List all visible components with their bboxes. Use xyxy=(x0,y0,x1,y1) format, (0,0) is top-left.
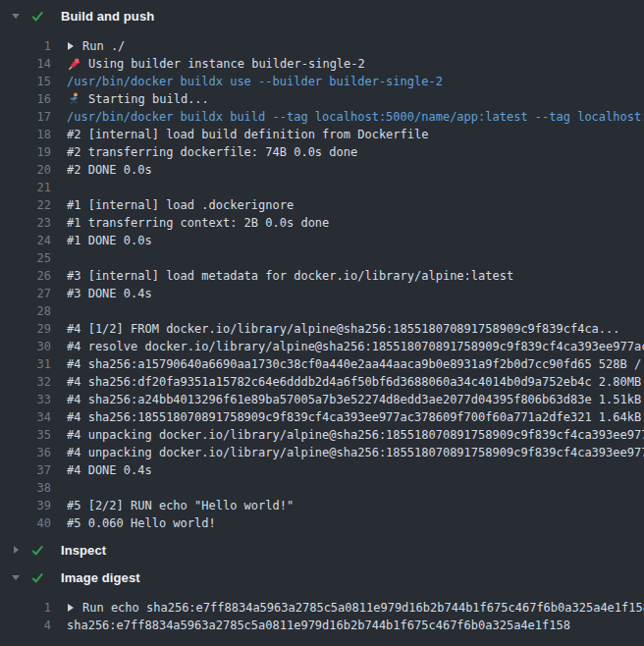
log-text: #4 sha256:a15790640a6690aa1730c38cf0a440… xyxy=(67,355,644,373)
log-text: #4 sha256:185518070891758909c9f839cf4ca3… xyxy=(67,408,644,426)
log-text-value[interactable]: Run ./ xyxy=(82,37,125,55)
log-line: 29#4 [1/2] FROM docker.io/library/alpine… xyxy=(0,320,644,338)
section-header-image-digest[interactable]: Image digest xyxy=(0,565,644,589)
log-text: #4 DONE 0.4s xyxy=(67,461,644,479)
line-number[interactable]: 21 xyxy=(0,179,67,196)
log-text-value: #4 sha256:a15790640a6690aa1730c38cf0a440… xyxy=(67,355,644,373)
chevron-right-icon[interactable] xyxy=(67,41,75,51)
log-text-value: #2 transferring dockerfile: 74B 0.0s don… xyxy=(67,143,357,161)
section-header-build-and-push[interactable]: Build and push xyxy=(0,4,644,27)
log-text xyxy=(67,249,644,267)
log-text-value: #4 DONE 0.4s xyxy=(67,461,152,479)
log-text xyxy=(67,179,644,196)
log-text xyxy=(67,302,644,320)
line-number[interactable]: 14 xyxy=(0,55,67,73)
log-text-value: #1 DONE 0.0s xyxy=(67,232,152,249)
line-number[interactable]: 15 xyxy=(0,73,67,90)
log-line: 33#4 sha256:a24bb4013296f61e89ba57005a7b… xyxy=(0,391,644,408)
log-text-value: #2 [internal] load build definition from… xyxy=(67,126,428,143)
log-line: 39#5 [2/2] RUN echo "Hello world!" xyxy=(0,497,644,514)
line-number[interactable]: 1 xyxy=(0,37,67,55)
log-text-value: #4 sha256:df20fa9351a15782c64e6dddb2d4a6… xyxy=(67,373,644,391)
log-text-value: #5 [2/2] RUN echo "Hello world!" xyxy=(67,497,294,514)
workflow-log-viewer: Build and push1Run ./14Using builder ins… xyxy=(0,4,644,634)
log-text: #3 [internal] load metadata for docker.i… xyxy=(67,267,644,285)
log-body-image-digest: 1Run echo sha256:e7ff8834a5963a2785c5a08… xyxy=(0,599,644,634)
log-text: #3 DONE 0.4s xyxy=(67,285,644,302)
log-line: 36#4 unpacking docker.io/library/alpine@… xyxy=(0,444,644,461)
log-line: 19#2 transferring dockerfile: 74B 0.0s d… xyxy=(0,143,644,161)
log-text-value[interactable]: Run echo sha256:e7ff8834a5963a2785c5a081… xyxy=(82,599,644,617)
line-number[interactable]: 25 xyxy=(0,249,67,267)
section-header-inspect[interactable]: Inspect xyxy=(0,538,644,562)
log-text: #4 unpacking docker.io/library/alpine@sh… xyxy=(67,426,644,444)
log-text-value: #3 [internal] load metadata for docker.i… xyxy=(67,267,513,285)
line-number[interactable]: 17 xyxy=(0,108,67,126)
log-text-value: #4 [1/2] FROM docker.io/library/alpine@s… xyxy=(67,320,620,338)
line-number[interactable]: 38 xyxy=(0,479,67,497)
log-line: 17/usr/bin/docker buildx build --tag loc… xyxy=(0,108,644,126)
line-number[interactable]: 26 xyxy=(0,267,67,285)
log-text: #4 sha256:a24bb4013296f61e89ba57005a7b3e… xyxy=(67,391,644,408)
log-text: #1 DONE 0.0s xyxy=(67,232,644,249)
log-text-value: /usr/bin/docker buildx use --builder bui… xyxy=(67,73,443,90)
line-number[interactable]: 1 xyxy=(0,599,67,617)
line-number[interactable]: 20 xyxy=(0,161,67,179)
log-text: #1 [internal] load .dockerignore xyxy=(67,196,644,214)
line-number[interactable]: 19 xyxy=(0,143,67,161)
line-number[interactable]: 24 xyxy=(0,232,67,249)
log-text: #2 DONE 0.0s xyxy=(67,161,644,179)
check-icon xyxy=(30,543,45,558)
line-number[interactable]: 28 xyxy=(0,302,67,320)
log-text-value: Using builder instance builder-single-2 xyxy=(88,55,365,73)
log-text: #2 [internal] load build definition from… xyxy=(67,126,644,143)
log-text-value: #5 0.060 Hello world! xyxy=(67,514,216,532)
chevron-right-icon[interactable] xyxy=(67,603,75,613)
log-line: 20#2 DONE 0.0s xyxy=(0,161,644,179)
line-number[interactable]: 30 xyxy=(0,338,67,355)
log-text: #4 unpacking docker.io/library/alpine@sh… xyxy=(67,444,644,461)
log-text: Starting build... xyxy=(67,90,644,108)
line-number[interactable]: 18 xyxy=(0,126,67,143)
caret-down-icon xyxy=(10,572,22,582)
log-text: sha256:e7ff8834a5963a2785c5a0811e979d16b… xyxy=(67,617,644,634)
log-line: 30#4 resolve docker.io/library/alpine@sh… xyxy=(0,338,644,355)
log-text: #4 resolve docker.io/library/alpine@sha2… xyxy=(67,338,644,355)
line-number[interactable]: 23 xyxy=(0,214,67,232)
log-text: #5 [2/2] RUN echo "Hello world!" xyxy=(67,497,644,514)
log-line: 38 xyxy=(0,479,644,497)
log-line: 24#1 DONE 0.0s xyxy=(0,232,644,249)
line-number[interactable]: 4 xyxy=(0,617,67,634)
log-line: 25 xyxy=(0,249,644,267)
line-number[interactable]: 36 xyxy=(0,444,67,461)
check-icon xyxy=(30,9,45,24)
log-line: 1Run ./ xyxy=(0,37,644,55)
log-text-value: #4 unpacking docker.io/library/alpine@sh… xyxy=(67,426,644,444)
line-number[interactable]: 22 xyxy=(0,196,67,214)
log-line: 26#3 [internal] load metadata for docker… xyxy=(0,267,644,285)
log-text xyxy=(67,479,644,497)
line-number[interactable]: 31 xyxy=(0,355,67,373)
log-text-value: sha256:e7ff8834a5963a2785c5a0811e979d16b… xyxy=(67,617,570,634)
line-number[interactable]: 33 xyxy=(0,391,67,408)
line-number[interactable]: 40 xyxy=(0,514,67,532)
line-number[interactable]: 16 xyxy=(0,90,67,108)
line-number[interactable]: 27 xyxy=(0,285,67,302)
line-number[interactable]: 34 xyxy=(0,408,67,426)
line-number[interactable]: 32 xyxy=(0,373,67,391)
log-text: #2 transferring dockerfile: 74B 0.0s don… xyxy=(67,143,644,161)
log-text-value: /usr/bin/docker buildx build --tag local… xyxy=(67,108,644,126)
line-number[interactable]: 39 xyxy=(0,497,67,514)
log-text: #4 [1/2] FROM docker.io/library/alpine@s… xyxy=(67,320,644,338)
line-number[interactable]: 37 xyxy=(0,461,67,479)
line-number[interactable]: 35 xyxy=(0,426,67,444)
check-icon xyxy=(30,570,45,585)
log-line: 4sha256:e7ff8834a5963a2785c5a0811e979d16… xyxy=(0,617,644,634)
log-text-value: #2 DONE 0.0s xyxy=(67,161,152,179)
log-text-value: Starting build... xyxy=(88,90,209,108)
log-text-value: #3 DONE 0.4s xyxy=(67,285,152,302)
log-text: Run echo sha256:e7ff8834a5963a2785c5a081… xyxy=(67,599,644,617)
log-text-value: #4 resolve docker.io/library/alpine@sha2… xyxy=(67,338,644,355)
line-number[interactable]: 29 xyxy=(0,320,67,338)
log-text-value: #4 unpacking docker.io/library/alpine@sh… xyxy=(67,444,644,461)
